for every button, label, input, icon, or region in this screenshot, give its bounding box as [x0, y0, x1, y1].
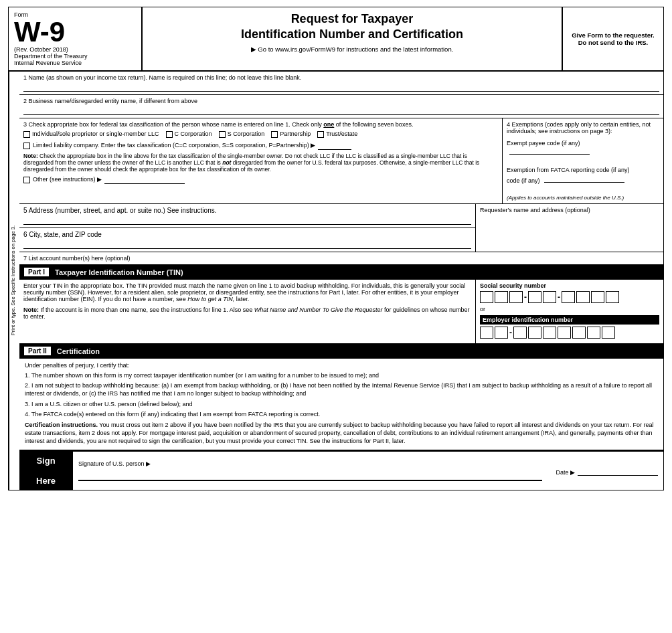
row2-label: 2 Business name/disregarded entity name,…	[23, 98, 659, 104]
checkbox-s-corp[interactable]: S Corporation	[219, 130, 265, 138]
ssn-dash-1: -	[524, 292, 527, 302]
dept-line2: Internal Revenue Service	[14, 60, 136, 66]
checkbox-s-corp-label: S Corporation	[228, 130, 265, 137]
ein-input-row: -	[480, 327, 659, 339]
part2-title: Certification	[57, 347, 100, 355]
under-penalties: Under penalties of perjury, I certify th…	[25, 361, 658, 369]
checkbox-other-box[interactable]	[23, 177, 30, 183]
ein-cell-2[interactable]	[495, 327, 508, 339]
checkbox-individual-label: Individual/sole proprietor or single-mem…	[32, 130, 159, 137]
checkbox-partnership-label: Partnership	[280, 130, 311, 137]
part1-title: Taxpayer Identification Number (TIN)	[55, 268, 183, 276]
checkbox-c-corp-box[interactable]	[166, 131, 173, 138]
llc-input[interactable]	[318, 142, 351, 150]
ssn-cell-4[interactable]	[528, 291, 541, 303]
ein-cell-6[interactable]	[558, 327, 571, 339]
row7-label: 7 List account number(s) here (optional)	[23, 255, 131, 262]
fatca-label: Exemption from FATCA reporting code (if …	[507, 167, 659, 173]
row1-input[interactable]	[23, 82, 659, 92]
row2: 2 Business name/disregarded entity name,…	[19, 95, 663, 118]
fatca-line-row: code (if any)	[507, 175, 659, 184]
ein-cell-9[interactable]	[602, 327, 615, 339]
checkbox-trust[interactable]: Trust/estate	[317, 130, 357, 138]
ssn-cell-2[interactable]	[495, 291, 508, 303]
ssn-cell-9[interactable]	[606, 291, 619, 303]
checkbox-llc-box[interactable]	[23, 143, 30, 149]
dept-line1: Department of the Treasury	[14, 53, 136, 60]
checkbox-trust-box[interactable]	[317, 131, 324, 138]
part2-item4: 4. The FATCA code(s) entered on this for…	[25, 410, 658, 418]
row1: 1 Name (as shown on your income tax retu…	[19, 72, 663, 95]
part2-body: Under penalties of perjury, I certify th…	[19, 359, 663, 450]
row2-input[interactable]	[23, 106, 659, 115]
form-title-block: Request for Taxpayer Identification Numb…	[143, 7, 563, 70]
ssn-cell-8[interactable]	[591, 291, 604, 303]
row5: 5 Address (number, street, and apt. or s…	[19, 204, 475, 228]
part2-label: Part II	[23, 346, 52, 356]
form-title: Request for Taxpayer Identification Numb…	[149, 11, 555, 43]
form-number: W-9	[14, 18, 136, 46]
checkbox-c-corp-label: C Corporation	[175, 130, 212, 137]
ein-cell-5[interactable]	[543, 327, 556, 339]
llc-label: Limited liability company. Enter the tax…	[33, 142, 315, 149]
ssn-input-row: - -	[480, 291, 659, 303]
cert-instructions: Certification instructions. You must cro…	[25, 421, 658, 445]
or-text: or	[480, 306, 659, 312]
other-row: Other (see instructions) ▶	[23, 176, 498, 184]
ssn-cell-3[interactable]	[509, 291, 523, 303]
sign-date: Date ▶	[556, 466, 658, 476]
row6: 6 City, state, and ZIP code	[19, 228, 475, 252]
part1-body: Enter your TIN in the appropriate box. T…	[19, 280, 476, 343]
checkbox-s-corp-box[interactable]	[219, 131, 226, 138]
part1-label: Part I	[23, 267, 50, 277]
fatca-input[interactable]	[544, 175, 624, 183]
fatca-row: Exemption from FATCA reporting code (if …	[507, 167, 659, 184]
sign-right: Signature of U.S. person ▶ Date ▶	[73, 452, 663, 490]
checkbox-partnership-box[interactable]	[271, 131, 278, 138]
date-label: Date ▶	[556, 469, 575, 476]
checkbox-partnership[interactable]: Partnership	[271, 130, 311, 138]
row3-label: 3 Check appropriate box for federal tax …	[23, 121, 498, 128]
checkboxes-row: Individual/sole proprietor or single-mem…	[23, 130, 498, 138]
row6-input[interactable]	[23, 240, 471, 249]
exempt-payee-input[interactable]	[509, 147, 590, 155]
ein-cell-1[interactable]	[480, 327, 493, 339]
sign-here: Sign Here Signature of U.S. person ▶ Dat…	[19, 450, 663, 490]
signature-block[interactable]: Signature of U.S. person ▶	[78, 460, 542, 481]
give-form-text: Give Form to the requester. Do not send …	[563, 7, 663, 70]
form-header: Form W-9 (Rev. October 2018) Department …	[9, 7, 663, 72]
row5-input[interactable]	[23, 215, 471, 225]
ein-cell-3[interactable]	[513, 327, 527, 339]
signature-label: Signature of U.S. person ▶	[78, 460, 542, 467]
checkbox-c-corp[interactable]: C Corporation	[166, 130, 212, 138]
ssn-cell-5[interactable]	[543, 291, 556, 303]
checkbox-individual[interactable]: Individual/sole proprietor or single-mem…	[23, 130, 159, 138]
requester-label: Requester's name and address (optional)	[480, 207, 659, 213]
part1-text: Enter your TIN in the appropriate box. T…	[23, 282, 471, 302]
row56-container: 5 Address (number, street, and apt. or s…	[19, 204, 663, 252]
date-input[interactable]	[578, 466, 658, 476]
exempt-payee-label: Exempt payee code (if any)	[507, 140, 580, 147]
signature-line[interactable]	[78, 468, 542, 480]
ssn-cell-7[interactable]	[576, 291, 590, 303]
part1-header: Part I Taxpayer Identification Number (T…	[19, 265, 663, 280]
ein-cell-4[interactable]	[528, 327, 541, 339]
rev-date: (Rev. October 2018)	[14, 46, 136, 53]
ein-label: Employer identification number	[480, 315, 659, 325]
ssn-cell-1[interactable]	[480, 291, 493, 303]
row3-left: 3 Check appropriate box for federal tax …	[19, 118, 503, 203]
part2-item1: 1. The number shown on this form is my c…	[25, 371, 658, 379]
checkbox-individual-box[interactable]	[23, 131, 30, 138]
ssn-cell-6[interactable]	[562, 291, 575, 303]
ein-dash: -	[509, 328, 512, 337]
part2-header: Part II Certification	[19, 344, 663, 359]
goto-text: ▶ Go to www.irs.gov/FormW9 for instructi…	[149, 46, 555, 53]
ein-cell-8[interactable]	[587, 327, 600, 339]
row6-label: 6 City, state, and ZIP code	[23, 231, 471, 238]
form-id-block: Form W-9 (Rev. October 2018) Department …	[9, 7, 143, 70]
row1-label: 1 Name (as shown on your income tax retu…	[23, 74, 659, 81]
checkbox-trust-label: Trust/estate	[326, 130, 357, 137]
ein-cell-7[interactable]	[572, 327, 586, 339]
row3-container: 3 Check appropriate box for federal tax …	[19, 118, 663, 204]
other-label: Other (see instructions) ▶	[33, 176, 102, 183]
